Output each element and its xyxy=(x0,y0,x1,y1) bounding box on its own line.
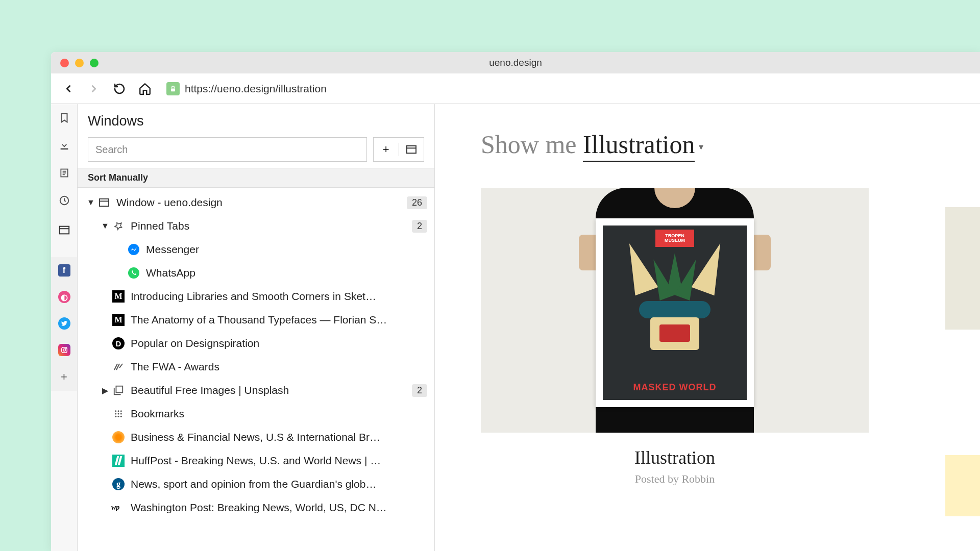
svg-rect-18 xyxy=(116,386,122,393)
sidebar-header: Windows + xyxy=(78,104,434,168)
tree-label: Introducing Libraries and Smooth Corners… xyxy=(131,290,427,303)
svg-point-19 xyxy=(115,410,116,412)
window-icon[interactable] xyxy=(58,223,71,237)
add-social-button[interactable]: + xyxy=(58,370,71,384)
svg-point-10 xyxy=(63,349,65,352)
browser-window: ueno.design https://ueno.design/illustra… xyxy=(51,52,980,551)
plus-icon: + xyxy=(374,143,399,156)
icon-rail: f ◐ + xyxy=(51,104,78,551)
adjacent-card-1[interactable] xyxy=(945,207,980,330)
tree-window[interactable]: ▼ Window - ueno.design 26 xyxy=(78,191,434,214)
svg-point-27 xyxy=(120,416,122,417)
tree-tab-bookmarks[interactable]: Bookmarks xyxy=(78,402,434,425)
reuters-icon xyxy=(111,430,126,444)
card-byline: Posted by Robbin xyxy=(481,472,869,486)
svg-rect-0 xyxy=(171,88,175,91)
content-area: f ◐ + Windows + xyxy=(51,104,980,551)
tree-tab-whatsapp[interactable]: WhatsApp xyxy=(78,261,434,285)
svg-rect-14 xyxy=(100,199,109,206)
tree-label: Bookmarks xyxy=(131,408,427,420)
svg-point-25 xyxy=(115,416,116,417)
tree-tab-medium2[interactable]: M The Anatomy of a Thousand Typefaces — … xyxy=(78,308,434,332)
social-rail: f ◐ + xyxy=(51,257,77,391)
tree-label: Washington Post: Breaking News, World, U… xyxy=(131,502,427,514)
lock-icon xyxy=(166,82,180,95)
tree-label: The FWA - Awards xyxy=(131,361,427,373)
sort-row[interactable]: Sort Manually xyxy=(78,168,434,188)
tree-tab-fwa[interactable]: The FWA - Awards xyxy=(78,355,434,379)
dribbble-icon[interactable]: ◐ xyxy=(58,291,70,303)
content-card[interactable]: TROPEN MUSEUM MASKED WORLD xyxy=(481,188,869,486)
medium-icon: M xyxy=(111,313,126,327)
guardian-icon: g xyxy=(111,477,126,491)
tree-label: WhatsApp xyxy=(146,267,427,279)
svg-point-11 xyxy=(65,348,66,348)
chevron-down-icon: ▼ xyxy=(85,198,97,207)
card-image: TROPEN MUSEUM MASKED WORLD xyxy=(481,188,869,433)
svg-point-22 xyxy=(115,413,116,415)
card-title: Illustration xyxy=(481,447,869,468)
home-button[interactable] xyxy=(137,81,153,97)
toolbar: https://ueno.design/illustration xyxy=(51,73,980,104)
tree-tab-designspiration[interactable]: D Popular on Designspiration xyxy=(78,332,434,355)
adjacent-card-2[interactable] xyxy=(945,455,980,516)
forward-button[interactable] xyxy=(86,81,102,97)
poster: TROPEN MUSEUM MASKED WORLD xyxy=(596,218,754,407)
tree-label: Messenger xyxy=(146,243,427,256)
tree-label: The Anatomy of a Thousand Typefaces — Fl… xyxy=(131,314,427,326)
tree-badge: 2 xyxy=(412,384,427,397)
svg-point-17 xyxy=(128,267,139,279)
tree-tab-reuters[interactable]: Business & Financial News, U.S & Interna… xyxy=(78,425,434,449)
close-window-button[interactable] xyxy=(60,59,69,67)
new-window-combo[interactable]: + xyxy=(373,137,424,162)
main-content: Show me Illustration▾ TROPEN MUS xyxy=(435,104,980,551)
url-bar[interactable]: https://ueno.design/illustration xyxy=(166,82,327,95)
download-icon[interactable] xyxy=(58,139,71,152)
svg-point-20 xyxy=(118,410,119,412)
svg-rect-7 xyxy=(59,227,68,234)
minimize-window-button[interactable] xyxy=(75,59,84,67)
svg-rect-1 xyxy=(60,148,68,150)
search-input[interactable] xyxy=(88,137,367,162)
twitter-icon[interactable] xyxy=(58,317,70,330)
tree-tab-medium1[interactable]: M Introducing Libraries and Smooth Corne… xyxy=(78,285,434,308)
tree-tab-huffpost[interactable]: HuffPost - Breaking News, U.S. and World… xyxy=(78,449,434,472)
tree-label: Window - ueno.design xyxy=(116,196,407,209)
tree: ▼ Window - ueno.design 26 ▼ Pinned Tabs … xyxy=(78,188,434,551)
instagram-icon[interactable] xyxy=(58,344,70,356)
card-caption: Illustration Posted by Robbin xyxy=(481,447,869,486)
svg-point-26 xyxy=(118,416,119,417)
svg-point-24 xyxy=(120,413,122,415)
window-new-icon xyxy=(399,145,424,154)
tree-tab-guardian[interactable]: g News, sport and opinion from the Guard… xyxy=(78,472,434,496)
facebook-icon[interactable]: f xyxy=(58,264,70,277)
svg-rect-12 xyxy=(407,146,416,153)
fwa-icon xyxy=(111,360,126,374)
tree-badge: 26 xyxy=(407,196,427,209)
bookmark-icon[interactable] xyxy=(58,111,71,124)
tree-label: Popular on Designspiration xyxy=(131,337,427,349)
huffpost-icon xyxy=(111,454,126,468)
heading-prefix: Show me xyxy=(481,130,583,159)
chevron-down-icon: ▼ xyxy=(99,221,111,231)
back-button[interactable] xyxy=(60,81,77,97)
tree-label: Beautiful Free Images | Unsplash xyxy=(131,384,412,396)
stack-icon xyxy=(111,383,126,397)
url-text: https://ueno.design/illustration xyxy=(185,83,327,95)
tree-tab-wapo[interactable]: wp Washington Post: Breaking News, World… xyxy=(78,496,434,519)
tree-tab-unsplash[interactable]: ▶ Beautiful Free Images | Unsplash 2 xyxy=(78,379,434,402)
whatsapp-icon xyxy=(127,266,141,280)
window-title: ueno.design xyxy=(489,57,542,68)
tree-pinned[interactable]: ▼ Pinned Tabs 2 xyxy=(78,214,434,238)
traffic-lights xyxy=(60,59,99,67)
tree-label: Business & Financial News, U.S & Interna… xyxy=(131,431,427,443)
chevron-right-icon: ▶ xyxy=(99,386,111,395)
notes-icon[interactable] xyxy=(58,166,71,180)
tree-tab-messenger[interactable]: Messenger xyxy=(78,238,434,261)
history-icon[interactable] xyxy=(58,194,71,207)
reload-button[interactable] xyxy=(111,81,128,97)
maximize-window-button[interactable] xyxy=(90,59,99,67)
heading-term-dropdown[interactable]: Illustration xyxy=(583,130,695,162)
page-heading: Show me Illustration▾ xyxy=(481,130,934,159)
svg-point-23 xyxy=(118,413,119,415)
